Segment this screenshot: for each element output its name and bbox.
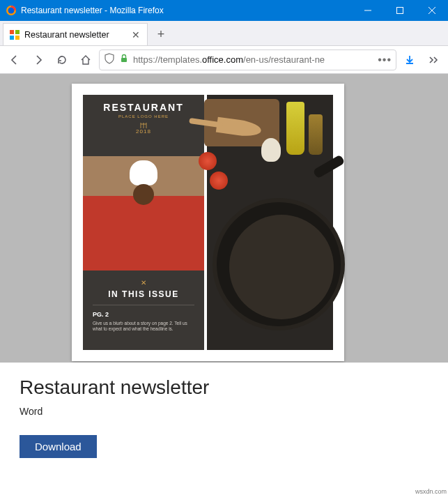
issue-blurb: Give us a blurb about a story on page 2.… xyxy=(93,321,194,333)
svg-rect-9 xyxy=(15,36,20,40)
template-preview[interactable]: RESTAURANT PLACE LOGO HERE 2018 ✕ IN THI… xyxy=(72,84,344,361)
url-text: https://templates.office.com/en-us/resta… xyxy=(133,54,373,65)
window-titlebar: Restaurant newsletter - Mozilla Firefox xyxy=(0,0,448,21)
nav-toolbar: https://templates.office.com/en-us/resta… xyxy=(0,46,448,74)
ms-favicon-icon xyxy=(9,29,20,40)
reload-button[interactable] xyxy=(52,50,72,70)
content-viewport: RESTAURANT PLACE LOGO HERE 2018 ✕ IN THI… xyxy=(0,74,448,487)
downloads-button[interactable] xyxy=(399,50,420,70)
tab-active[interactable]: Restaurant newsletter ✕ xyxy=(3,23,148,45)
back-button[interactable] xyxy=(4,50,25,70)
preview-issue-box: ✕ IN THIS ISSUE PG. 2 Give us a blurb ab… xyxy=(83,271,204,350)
issue-heading: IN THIS ISSUE xyxy=(93,289,194,299)
badge-title: RESTAURANT xyxy=(83,102,204,113)
tab-title: Restaurant newsletter xyxy=(24,30,130,40)
download-button[interactable]: Download xyxy=(20,435,97,458)
template-title: Restaurant newsletter xyxy=(20,376,428,399)
preview-food-image xyxy=(207,95,333,350)
issue-page: PG. 2 xyxy=(93,311,194,318)
utensils-cross-icon: ✕ xyxy=(93,279,194,287)
svg-rect-10 xyxy=(121,58,127,62)
minimize-button[interactable] xyxy=(352,0,384,21)
window-title: Restaurant newsletter - Mozilla Firefox xyxy=(21,6,352,15)
preview-left-column: RESTAURANT PLACE LOGO HERE 2018 ✕ IN THI… xyxy=(83,95,204,350)
lock-icon[interactable] xyxy=(119,54,129,66)
divider xyxy=(93,305,194,305)
page-actions-icon[interactable]: ••• xyxy=(378,54,392,66)
watermark: wsxdn.com xyxy=(415,488,447,495)
tab-strip: Restaurant newsletter ✕ + xyxy=(0,21,448,46)
shield-icon[interactable] xyxy=(104,53,115,66)
svg-rect-6 xyxy=(10,30,14,34)
maximize-button[interactable] xyxy=(384,0,416,21)
preview-logo-badge: RESTAURANT PLACE LOGO HERE 2018 xyxy=(83,95,204,156)
preview-chef-image xyxy=(83,156,204,271)
forward-button[interactable] xyxy=(28,50,49,70)
badge-subtitle: PLACE LOGO HERE xyxy=(83,114,204,119)
tab-close-icon[interactable]: ✕ xyxy=(130,29,141,40)
close-button[interactable] xyxy=(416,0,448,21)
svg-rect-3 xyxy=(397,8,403,14)
svg-rect-7 xyxy=(15,30,20,34)
address-bar[interactable]: https://templates.office.com/en-us/resta… xyxy=(99,50,396,70)
new-tab-button[interactable]: + xyxy=(149,23,173,45)
template-details-panel: Restaurant newsletter Word Download xyxy=(0,363,448,487)
svg-rect-8 xyxy=(10,36,14,40)
overflow-button[interactable] xyxy=(423,50,444,70)
home-button[interactable] xyxy=(75,50,96,70)
utensils-icon xyxy=(139,120,148,127)
badge-year: 2018 xyxy=(83,128,204,135)
template-app: Word xyxy=(20,406,428,417)
firefox-icon xyxy=(6,5,17,16)
